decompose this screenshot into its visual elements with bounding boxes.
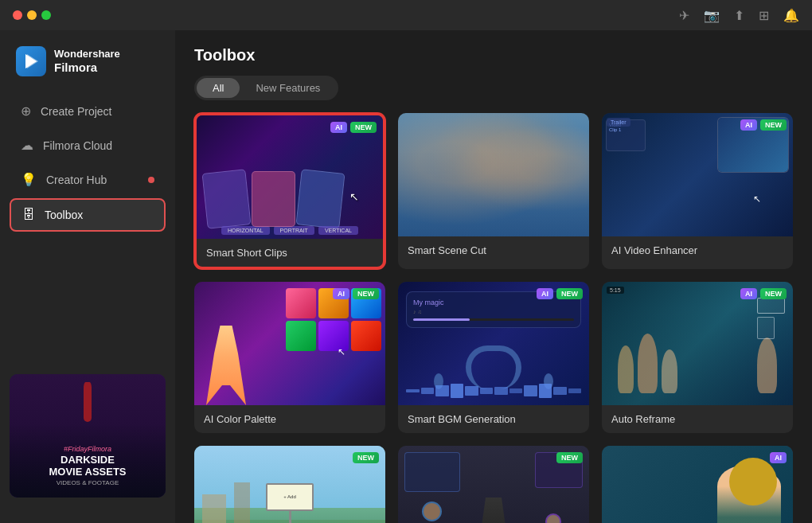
badge-group-bgm: AI NEW	[537, 288, 583, 299]
promo-hashtag: #FridayFilmora	[49, 445, 126, 453]
tab-new-features[interactable]: New Features	[240, 78, 336, 98]
creator-hub-dot	[148, 177, 154, 183]
badge-group-reframe: AI NEW	[740, 288, 787, 299]
badge-row3-1-new: NEW	[353, 452, 379, 463]
tool-label-smart-bgm: Smart BGM Generation	[398, 405, 589, 433]
creator-hub-icon: 💡	[21, 172, 37, 187]
thumb-ai-video-enhancer: VideoClip 1 ↖ AI NEW Trailer	[602, 113, 793, 236]
title-bar-left	[13, 10, 51, 20]
badge-bgm-new: NEW	[556, 288, 583, 299]
badge-ai: AI	[330, 122, 347, 133]
thumb-smart-scene-cut	[398, 113, 589, 236]
badge-reframe-new: NEW	[760, 288, 787, 299]
sidebar-item-create-project[interactable]: ⊕ Create Project	[10, 96, 166, 127]
promo-subtitle: VIDEOS & FOOTAGE	[49, 479, 126, 486]
thumb-row3-1: + Add ↖ NEW	[194, 446, 385, 523]
sidebar-item-toolbox[interactable]: 🗄 Toolbox	[10, 198, 166, 232]
content-header: Toolbox All New Features	[175, 30, 812, 100]
tool-label-auto-reframe: Auto Reframe	[602, 405, 793, 433]
badge-row3-2-new: NEW	[556, 452, 583, 463]
thumb-row3-2: NEW	[398, 446, 589, 523]
minimize-button[interactable]	[27, 10, 37, 20]
logo-icon	[16, 46, 46, 76]
title-bar-right: ✈ 📷 ⬆ ⊞ 🔔	[679, 8, 799, 23]
bell-icon[interactable]: 🔔	[783, 8, 799, 23]
tool-card-smart-bgm[interactable]: My magic ♪ ♫	[398, 282, 589, 433]
upload-icon[interactable]: ⬆	[734, 8, 744, 23]
brand-name: Wondershare	[54, 48, 120, 60]
thumb-smart-short-clips: HORIZONTAL PORTRAIT VERTICAL ↖ AI NEW	[197, 115, 383, 239]
promo-title: DARKSIDE MOVIE ASSETS	[49, 455, 126, 478]
thumb-ai-color-palette: ↖ AI NEW	[194, 282, 385, 405]
tool-card-ai-video-enhancer[interactable]: VideoClip 1 ↖ AI NEW Trailer AI Video En…	[602, 113, 793, 269]
badge-row3-3-ai: AI	[770, 452, 787, 463]
tools-grid: HORIZONTAL PORTRAIT VERTICAL ↖ AI NEW Sm…	[194, 113, 793, 523]
sidebar-nav: ⊕ Create Project ☁ Filmora Cloud 💡 Creat…	[0, 96, 175, 365]
sidebar-promo[interactable]: #FridayFilmora DARKSIDE MOVIE ASSETS VID…	[10, 374, 166, 498]
creator-hub-label: Creator Hub	[46, 174, 107, 186]
tool-card-row3-2[interactable]: NEW	[398, 446, 589, 523]
badge-group-row3-1: NEW	[353, 452, 379, 463]
promo-text: #FridayFilmora DARKSIDE MOVIE ASSETS VID…	[49, 445, 126, 486]
tool-card-row3-3[interactable]: AI	[602, 446, 793, 523]
main-content: Toolbox All New Features	[175, 30, 812, 523]
tool-label-smart-scene-cut: Smart Scene Cut	[398, 236, 589, 264]
sidebar-item-creator-hub[interactable]: 💡 Creator Hub	[10, 164, 166, 195]
badge-ai-video-ai: AI	[740, 119, 757, 131]
badge-color-ai: AI	[333, 288, 349, 299]
thumb-smart-bgm: My magic ♪ ♫	[398, 282, 589, 405]
badge-group-color-palette: AI NEW	[333, 288, 379, 299]
promo-image: #FridayFilmora DARKSIDE MOVIE ASSETS VID…	[10, 374, 166, 498]
tab-bar: All New Features	[194, 76, 338, 100]
title-bar: ✈ 📷 ⬆ ⊞ 🔔	[0, 0, 812, 30]
maximize-button[interactable]	[41, 10, 51, 20]
badge-bgm-ai: AI	[537, 288, 553, 299]
tool-card-smart-scene-cut[interactable]: Smart Scene Cut	[398, 113, 589, 269]
close-button[interactable]	[13, 10, 22, 20]
logo-text: Wondershare Filmora	[54, 48, 120, 75]
badge-reframe-ai: AI	[740, 288, 757, 299]
toolbox-icon: 🗄	[22, 208, 35, 222]
toolbox-label: Toolbox	[45, 209, 83, 221]
send-icon[interactable]: ✈	[679, 8, 689, 23]
badge-group-ai-video: AI NEW	[740, 119, 787, 131]
tool-card-auto-reframe[interactable]: 5:15 AI NEW	[602, 282, 793, 433]
grid-icon[interactable]: ⊞	[759, 8, 769, 23]
sidebar-logo: Wondershare Filmora	[0, 46, 175, 96]
thumb-row3-3: AI	[602, 446, 793, 523]
tool-label-smart-short-clips: Smart Short Clips	[197, 239, 383, 267]
create-project-icon: ⊕	[21, 103, 31, 119]
sidebar: Wondershare Filmora ⊕ Create Project ☁ F…	[0, 30, 175, 523]
tool-card-ai-color-palette[interactable]: ↖ AI NEW AI Color Palette	[194, 282, 385, 433]
tab-all[interactable]: All	[197, 78, 240, 98]
camera-icon[interactable]: 📷	[704, 8, 720, 23]
traffic-lights	[13, 10, 51, 20]
tool-card-smart-short-clips[interactable]: HORIZONTAL PORTRAIT VERTICAL ↖ AI NEW Sm…	[194, 113, 385, 269]
app-body: Wondershare Filmora ⊕ Create Project ☁ F…	[0, 30, 812, 523]
badge-color-new: NEW	[353, 288, 379, 299]
badge-new: NEW	[350, 122, 377, 133]
filmora-cloud-label: Filmora Cloud	[43, 139, 112, 152]
thumb-auto-reframe: 5:15 AI NEW	[602, 282, 793, 405]
tool-label-ai-video-enhancer: AI Video Enhancer	[602, 236, 793, 264]
badge-group-row3-3: AI	[770, 452, 787, 463]
badge-group-row3-2: NEW	[556, 452, 583, 463]
create-project-label: Create Project	[41, 105, 111, 118]
sidebar-item-filmora-cloud[interactable]: ☁ Filmora Cloud	[10, 130, 166, 161]
badge-group-smart-short: AI NEW	[330, 122, 377, 133]
badge-ai-video-new: NEW	[760, 119, 787, 131]
tool-label-ai-color-palette: AI Color Palette	[194, 405, 385, 433]
product-name: Filmora	[54, 60, 120, 75]
svg-marker-1	[27, 54, 38, 68]
tools-grid-area: HORIZONTAL PORTRAIT VERTICAL ↖ AI NEW Sm…	[175, 100, 812, 523]
page-title: Toolbox	[194, 46, 793, 64]
filmora-cloud-icon: ☁	[21, 138, 33, 153]
tool-card-row3-1[interactable]: + Add ↖ NEW	[194, 446, 385, 523]
